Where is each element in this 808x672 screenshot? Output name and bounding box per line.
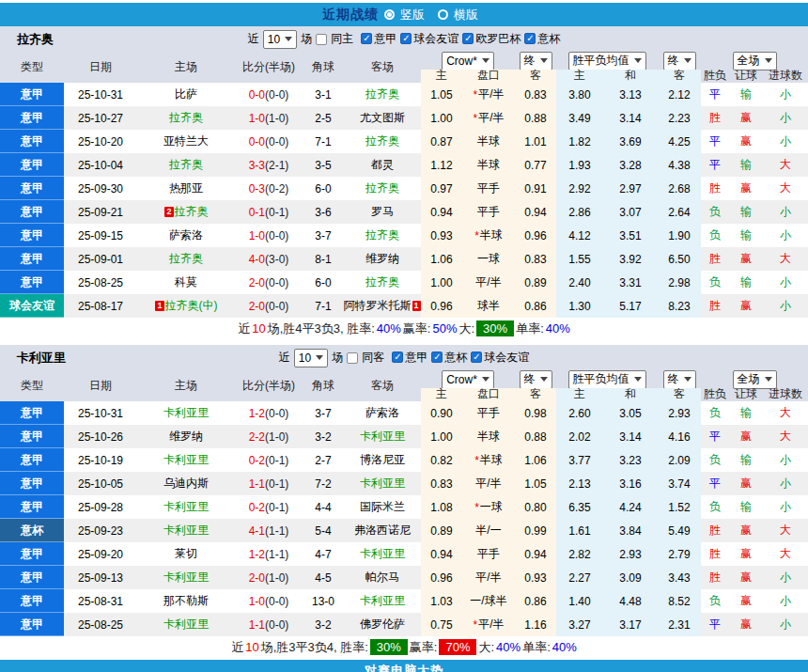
avg-away-odds: 5.49 [658,519,701,542]
match-row: 意甲 25-08-25 科莫 2-0(0-0) 6-0 拉齐奥 1.00 平/半… [0,271,808,294]
result-handicap: 输 [729,271,763,294]
page-title: 近期战绩 [322,7,379,23]
result-wdl: 负 [701,224,729,247]
chevron-down-icon [684,377,691,382]
result-wdl: 平 [701,153,729,177]
avg-draw-odds: 3.05 [603,401,658,425]
team-name: 拉齐奥 [17,31,54,48]
league-checkbox[interactable] [392,352,403,363]
match-row: 意甲 25-10-05 乌迪内斯 1-1(0-1) 7-2 卡利亚里 0.83 … [0,472,808,495]
result-handicap: 赢 [729,247,763,271]
avg-odds-select[interactable]: 胜平负均值 [568,52,646,70]
home-team-name: 莱切 [175,546,197,562]
col-result-handicap: 让球 [729,388,763,401]
result-handicap: 输 [729,83,763,106]
radio-horizontal-label[interactable]: 横版 [454,7,478,23]
same-venue-checkbox[interactable] [316,34,327,45]
cagliari-table-header: 类型 日期 主场 比分(半场) 角球 客场 Crow* 终 胜平负均值 终 全场… [0,370,808,401]
league-checkbox[interactable] [400,33,412,44]
home-team-name: 卡利亚里 [163,617,209,633]
col-score: 比分(半场) [235,378,303,394]
avg-home-odds: 3.27 [556,613,603,636]
result-handicap: 赢 [729,566,763,589]
home-handicap-odds: 0.87 [421,130,462,153]
home-handicap-odds: 0.82 [421,448,462,472]
league-badge: 意甲 [0,448,64,472]
avg-away-odds: 3.43 [658,566,701,589]
recent-results-page: 近期战绩 竖版 横版 拉齐奥 近 10 场 同主 意甲球会友谊欧罗巴杯意杯 类型… [0,0,808,672]
home-team-name: 拉齐奥 [169,110,203,126]
match-date: 25-10-31 [64,83,137,106]
match-count-select[interactable]: 10 [294,349,328,367]
odds-stage-select[interactable]: 终 [520,370,552,389]
away-team: 拉齐奥 [344,177,421,200]
home-handicap-odds: 0.94 [421,542,462,566]
corner-score: 3-6 [303,200,344,224]
col-type: 类型 [0,59,64,75]
league-checkbox[interactable] [524,33,536,44]
away-team: 卡利亚里 [344,425,421,448]
bookmaker-select[interactable]: Crow* [442,370,494,389]
fulltime-score: 1-0 [249,229,265,242]
avg-draw-odds: 4.24 [603,495,658,519]
scope-select[interactable]: 全场 [733,52,777,70]
home-handicap-odds: 1.00 [421,271,462,294]
result-handicap: 赢 [729,472,763,495]
corner-score: 7-2 [303,472,344,495]
home-team-name: 卡利亚里 [163,405,209,421]
match-row: 意甲 25-10-31 比萨 0-0(0-0) 3-1 拉齐奥 1.05 *平/… [0,83,808,106]
summary-segment: 70% [439,639,476,655]
away-team-name: 国际米兰 [360,499,405,515]
changed-line-star-icon: * [474,501,479,514]
col-result-goals: 进球数 [763,388,808,401]
away-team-name: 博洛尼亚 [360,452,405,468]
league-filter-item: 欧罗巴杯 [462,31,521,47]
league-checkbox[interactable] [462,33,474,44]
away-team-name: 萨索洛 [365,405,399,421]
handicap-line: 平/半 [462,271,515,294]
league-badge: 意甲 [0,200,64,224]
league-badge: 意甲 [0,613,64,636]
fulltime-score: 0-0 [249,88,265,102]
corner-score: 5-4 [303,519,344,542]
match-date: 25-09-21 [64,200,137,224]
home-handicap-odds: 1.06 [421,247,462,271]
away-team: 萨索洛 [344,401,421,425]
avg-odds-select[interactable]: 胜平负均值 [568,370,646,389]
result-wdl: 胜 [701,177,729,200]
same-venue-checkbox[interactable] [347,352,358,364]
league-badge: 意甲 [0,472,64,495]
avg-stage-select[interactable]: 终 [663,52,696,70]
home-team-name: 萨索洛 [169,227,203,243]
scope-select[interactable]: 全场 [733,370,777,389]
league-badge: 意甲 [0,425,64,448]
result-goals: 小 [763,613,808,636]
lazio-controls-row: 拉齐奥 近 10 场 同主 意甲球会友谊欧罗巴杯意杯 [0,26,808,52]
radio-vertical-label[interactable]: 竖版 [400,7,425,23]
radio-horizontal-layout-icon[interactable] [438,9,448,20]
avg-home-odds: 2.27 [556,566,603,589]
halftime-score: (1-0) [265,430,288,444]
league-checkbox[interactable] [471,352,482,363]
away-team: 弗洛西诺尼 [344,519,421,542]
col-handicap: 盘口 [462,388,515,401]
away-handicap-odds: 0.88 [515,425,556,448]
match-row: 意甲 25-09-01 拉齐奥 4-0(3-0) 8-1 维罗纳 1.06 一球… [0,247,808,271]
league-checkbox[interactable] [431,352,443,363]
result-goals: 大 [763,401,808,425]
home-team: 维罗纳 [137,425,235,448]
odds-stage-select[interactable]: 终 [520,52,552,70]
league-checkbox[interactable] [361,33,372,44]
handicap-line: *平/半 [462,83,515,106]
home-handicap-odds: 1.05 [421,83,462,106]
avg-stage-select[interactable]: 终 [663,370,696,389]
result-goals: 大 [763,153,808,177]
bookmaker-select[interactable]: Crow* [442,52,494,70]
home-team: 卡利亚里 [137,519,235,542]
halftime-score: (0-0) [265,135,288,148]
match-count-select[interactable]: 10 [263,30,297,49]
radio-vertical-layout-icon[interactable] [384,9,395,20]
home-handicap-odds: 1.00 [421,106,462,130]
result-goals: 小 [763,495,808,519]
score-cell: 2-0(0-0) [235,294,303,318]
